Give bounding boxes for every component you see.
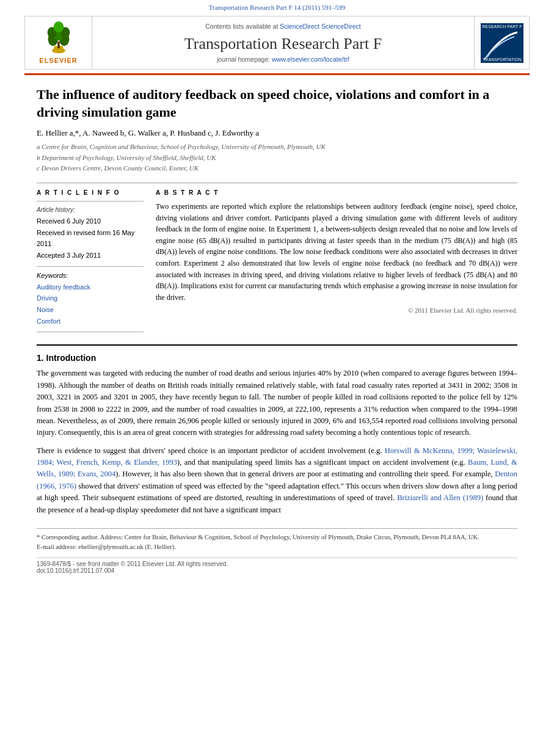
- authors-line: E. Hellier a,*, A. Naweed b, G. Walker a…: [37, 128, 517, 138]
- keyword-2: Driving: [37, 293, 144, 304]
- orange-divider: [24, 73, 530, 75]
- elsevier-logo-area: ELSEVIER: [25, 16, 92, 69]
- keyword-1: Auditory feedback: [37, 282, 144, 293]
- elsevier-text: ELSEVIER: [39, 57, 77, 64]
- affiliation-b: b Department of Psychology, University o…: [37, 153, 517, 164]
- abstract-heading: A B S T R A C T: [156, 189, 517, 196]
- elsevier-logo: ELSEVIER: [39, 21, 77, 64]
- ref-horswill[interactable]: Horswill & McKenna, 1999; Wasielewski, 1…: [37, 446, 517, 467]
- svg-text:TRANSPORTATION: TRANSPORTATION: [483, 57, 521, 62]
- keyword-3: Noise: [37, 304, 144, 316]
- journal-title: Transportation Research Part F: [184, 35, 382, 53]
- journal-header: ELSEVIER Contents lists available at Sci…: [24, 16, 530, 70]
- footnote-email: E-mail address: ehellier@plymouth.ac.uk …: [37, 542, 517, 552]
- abstract-col: A B S T R A C T Two experiments are repo…: [156, 189, 517, 338]
- svg-text:RESEARCH PART F: RESEARCH PART F: [482, 24, 522, 29]
- affiliation-a: a Centre for Brain, Cognition and Behavi…: [37, 142, 517, 153]
- footer-doi: doi:10.1016/j.trf.2011.07.004: [37, 567, 517, 574]
- history-label: Article history:: [37, 206, 144, 213]
- journal-header-center: Contents lists available at ScienceDirec…: [92, 16, 474, 69]
- journal-citation: Transportation Research Part F 14 (2011)…: [209, 4, 345, 11]
- intro-paragraph-2: There is evidence to suggest that driver…: [37, 445, 517, 516]
- divider-2: [37, 266, 144, 267]
- keyword-4: Comfort: [37, 316, 144, 327]
- footer-issn: 1369-8478/$ - see front matter © 2011 El…: [37, 561, 517, 567]
- article-info-col: A R T I C L E I N F O Article history: R…: [37, 189, 144, 338]
- article-info-heading: A R T I C L E I N F O: [37, 189, 144, 196]
- affiliations: a Centre for Brain, Cognition and Behavi…: [37, 142, 517, 174]
- intro-paragraph-1: The government was targeted with reducin…: [37, 368, 517, 438]
- abstract-text: Two experiments are reported which explo…: [156, 201, 517, 303]
- trf-logo-icon: TRANSPORTATION RESEARCH PART F: [481, 23, 523, 63]
- page: Transportation Research Part F 14 (2011)…: [0, 0, 554, 756]
- footnote-section: * Corresponding author. Address: Centre …: [37, 528, 517, 552]
- keywords-label: Keywords:: [37, 272, 144, 279]
- history-item-2: Received in revised form 16 May 2011: [37, 227, 144, 250]
- authors-text: E. Hellier a,*, A. Naweed b, G. Walker a…: [37, 128, 259, 137]
- journal-homepage: journal homepage: www.elsevier.com/locat…: [217, 56, 349, 63]
- homepage-url[interactable]: www.elsevier.com/locate/trf: [272, 56, 349, 63]
- trf-logo-area: TRANSPORTATION RESEARCH PART F: [474, 16, 529, 69]
- copyright: © 2011 Elsevier Ltd. All rights reserved…: [156, 307, 517, 314]
- affiliation-c: c Devon Drivers Centre, Devon County Cou…: [37, 163, 517, 174]
- sciencedirect-text: ScienceDirect: [321, 23, 361, 30]
- svg-point-8: [53, 21, 64, 32]
- sciencedirect-link[interactable]: ScienceDirect: [280, 23, 319, 30]
- footer-bar: 1369-8478/$ - see front matter © 2011 El…: [37, 558, 517, 574]
- elsevier-tree-icon: [40, 21, 77, 55]
- ref-briziarelli[interactable]: Briziarelli and Allen (1989): [397, 493, 483, 502]
- divider-1: [37, 201, 144, 202]
- body-section: 1. Introduction The government was targe…: [37, 344, 517, 516]
- intro-heading: 1. Introduction: [37, 353, 517, 363]
- svg-rect-2: [57, 42, 60, 48]
- divider-3: [37, 332, 144, 332]
- footnote-corresponding: * Corresponding author. Address: Centre …: [37, 532, 517, 542]
- history-item-1: Received 6 July 2010: [37, 216, 144, 227]
- contents-line: Contents lists available at ScienceDirec…: [205, 23, 360, 30]
- history-item-3: Accepted 3 July 2011: [37, 250, 144, 261]
- article-title: The influence of auditory feedback on sp…: [37, 86, 517, 121]
- two-col-section: A R T I C L E I N F O Article history: R…: [37, 183, 517, 338]
- top-ref-bar: Transportation Research Part F 14 (2011)…: [0, 0, 554, 13]
- article-title-section: The influence of auditory feedback on sp…: [37, 86, 517, 174]
